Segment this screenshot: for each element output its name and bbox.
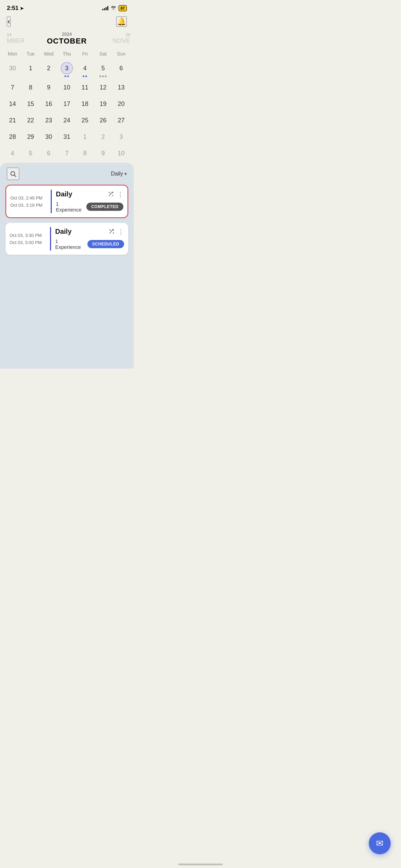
view-label: Daily [111, 171, 123, 177]
next-month[interactable]: 20 NOVE [113, 33, 130, 45]
battery-badge: 87 [119, 5, 127, 11]
calendar-day-2[interactable]: 2 [40, 60, 58, 79]
next-month-name: NOVE [113, 37, 130, 45]
status-bar: 2:51 ➤ 87 [0, 0, 134, 14]
calendar-day-18[interactable]: 18 [76, 96, 94, 111]
day-dots [83, 75, 87, 77]
day-header-sun: Sun [112, 50, 130, 58]
calendar-day-25[interactable]: 25 [76, 112, 94, 128]
session-actions: ⋮ [108, 228, 124, 236]
session-bottom-row: 1 Experience SCHEDULED [55, 238, 124, 250]
session-actions: ⋮ [108, 191, 123, 198]
calendar-grid: Mon Tue Wed Thu Fri Sat Sun 301234567891… [0, 46, 134, 163]
experience-count: 1 Experience [55, 238, 83, 250]
end-time: Oct 03, 5:00 PM [10, 240, 46, 245]
calendar-day-28[interactable]: 28 [3, 129, 22, 144]
calendar-day-29[interactable]: 29 [22, 129, 40, 144]
calendar-day-24[interactable]: 24 [58, 112, 76, 128]
calendar-header: 24 MBER 2024 OCTOBER 20 NOVE [0, 30, 134, 46]
session-title: Daily [56, 190, 72, 198]
session-top-row: Daily ⋮ [56, 190, 123, 198]
calendar-day-9[interactable]: 9 [94, 145, 112, 161]
calendar-day-5[interactable]: 5 [22, 145, 40, 161]
calendar-day-8[interactable]: 8 [76, 145, 94, 161]
calendar-day-1[interactable]: 1 [76, 129, 94, 144]
calendar-day-15[interactable]: 15 [22, 96, 40, 111]
calendar-day-10[interactable]: 10 [112, 145, 130, 161]
chevron-down-icon: ▾ [124, 171, 127, 177]
calendar-day-3[interactable]: 3 [58, 60, 76, 79]
calendar-day-12[interactable]: 12 [94, 79, 112, 95]
calendar-day-21[interactable]: 21 [3, 112, 22, 128]
session-info: Daily ⋮ 1 Experience SCHEDULED [51, 223, 128, 255]
calendar-day-31[interactable]: 31 [58, 129, 76, 144]
day-header-sat: Sat [94, 50, 112, 58]
day-headers: Mon Tue Wed Thu Fri Sat Sun [3, 50, 130, 58]
calendar-day-13[interactable]: 13 [112, 79, 130, 95]
calendar-day-6[interactable]: 6 [112, 60, 130, 79]
current-month-wrap: 2024 OCTOBER [47, 32, 87, 46]
prev-month[interactable]: 24 MBER [7, 33, 25, 45]
day-header-tue: Tue [22, 50, 40, 58]
experience-count: 1 Experience [56, 201, 82, 213]
calendar-day-5[interactable]: 5 [94, 60, 112, 79]
calendar-day-8[interactable]: 8 [22, 79, 40, 95]
start-time: Oct 03, 2:49 PM [10, 195, 47, 201]
calendar-day-30[interactable]: 30 [3, 60, 22, 79]
calendar-day-1[interactable]: 1 [22, 60, 40, 79]
calendar-day-17[interactable]: 17 [58, 96, 76, 111]
calendar-day-30[interactable]: 30 [40, 129, 58, 144]
day-header-fri: Fri [76, 50, 94, 58]
time-column: Oct 03, 2:49 PM Oct 03, 3:19 PM [6, 185, 51, 217]
calendar-day-16[interactable]: 16 [40, 96, 58, 111]
more-options-icon[interactable]: ⋮ [117, 191, 123, 198]
shuffle-icon[interactable] [108, 191, 114, 197]
calendar-day-9[interactable]: 9 [40, 79, 58, 95]
status-icons: 87 [102, 5, 127, 11]
back-button[interactable]: ‹ [7, 16, 11, 27]
top-nav: ‹ 🔔 [0, 14, 134, 30]
calendar-day-4[interactable]: 4 [76, 60, 94, 79]
calendar-day-22[interactable]: 22 [22, 112, 40, 128]
calendar-day-7[interactable]: 7 [58, 145, 76, 161]
bottom-panel: Daily ▾ Oct 03, 2:49 PM Oct 03, 3:19 PM … [0, 163, 134, 369]
calendar-day-20[interactable]: 20 [112, 96, 130, 111]
wifi-icon [110, 5, 117, 11]
notification-button[interactable]: 🔔 [116, 16, 127, 27]
shuffle-icon[interactable] [108, 229, 114, 235]
calendar-day-7[interactable]: 7 [3, 79, 22, 95]
status-time: 2:51 ➤ [7, 5, 24, 12]
calendar-day-6[interactable]: 6 [40, 145, 58, 161]
calendar-day-2[interactable]: 2 [94, 129, 112, 144]
filter-bar: Daily ▾ [5, 168, 128, 180]
day-header-mon: Mon [3, 50, 22, 58]
session-bottom-row: 1 Experience COMPLETED [56, 201, 123, 213]
session-card-session-1[interactable]: Oct 03, 2:49 PM Oct 03, 3:19 PM Daily ⋮ … [5, 185, 128, 218]
more-options-icon[interactable]: ⋮ [118, 228, 124, 236]
calendar-day-11[interactable]: 11 [76, 79, 94, 95]
day-dots [64, 75, 69, 77]
calendar-day-19[interactable]: 19 [94, 96, 112, 111]
calendar-day-3[interactable]: 3 [112, 129, 130, 144]
calendar-day-23[interactable]: 23 [40, 112, 58, 128]
calendar-day-4[interactable]: 4 [3, 145, 22, 161]
signal-bars-icon [102, 6, 108, 10]
prev-month-name: MBER [7, 37, 25, 45]
session-card-session-2[interactable]: Oct 03, 3:30 PM Oct 03, 5:00 PM Daily ⋮ … [5, 223, 128, 255]
session-title: Daily [55, 228, 72, 236]
time-column: Oct 03, 3:30 PM Oct 03, 5:00 PM [5, 223, 50, 255]
location-arrow-icon: ➤ [20, 6, 24, 11]
calendar-day-26[interactable]: 26 [94, 112, 112, 128]
sessions-list: Oct 03, 2:49 PM Oct 03, 3:19 PM Daily ⋮ … [5, 185, 128, 255]
svg-line-1 [14, 175, 16, 177]
time-label: 2:51 [7, 5, 19, 12]
start-time: Oct 03, 3:30 PM [10, 233, 46, 238]
session-info: Daily ⋮ 1 Experience COMPLETED [52, 185, 127, 217]
calendar-day-14[interactable]: 14 [3, 96, 22, 111]
view-dropdown[interactable]: Daily ▾ [111, 171, 127, 177]
prev-month-year: 24 [7, 33, 25, 37]
status-badge: COMPLETED [86, 203, 123, 211]
calendar-day-27[interactable]: 27 [112, 112, 130, 128]
search-button[interactable] [7, 168, 19, 180]
calendar-day-10[interactable]: 10 [58, 79, 76, 95]
